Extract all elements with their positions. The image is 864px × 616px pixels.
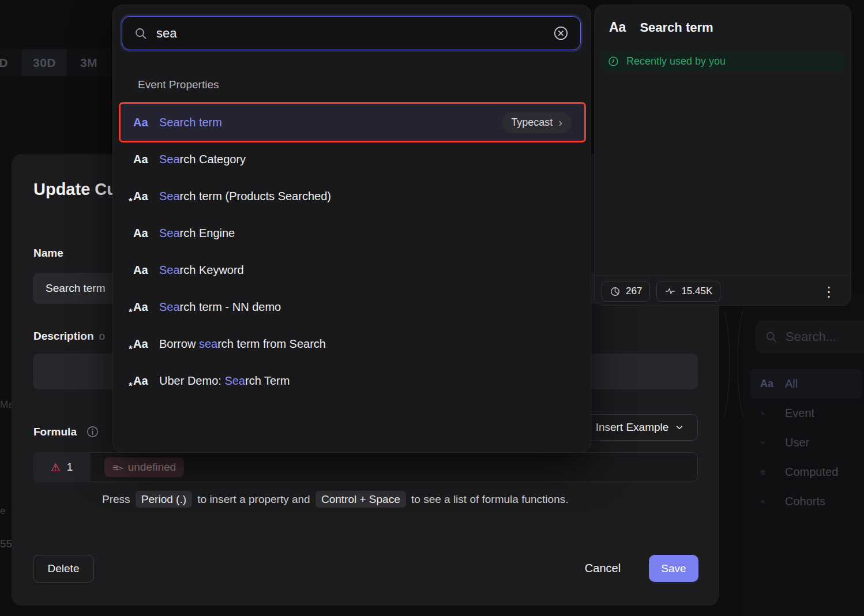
cancel-button[interactable]: Cancel: [571, 555, 634, 582]
section-header-event-properties: Event Properties: [138, 78, 219, 91]
description-optional-fragment: o: [99, 330, 106, 342]
custom-property-star-icon: *: [129, 196, 133, 208]
custom-property-star-icon: *: [129, 344, 133, 355]
sidebar-item-cohorts[interactable]: Cohorts: [743, 487, 864, 516]
text-type-icon: Aa: [133, 153, 154, 166]
insert-example-button[interactable]: Insert Example: [583, 414, 698, 441]
custom-property-star-icon: *: [129, 381, 133, 392]
sidebar-item-label: Cohorts: [785, 495, 825, 508]
modal-title: Update Cu: [33, 180, 117, 199]
user-icon: [760, 436, 775, 450]
formula-input[interactable]: ≡▻ undefined: [91, 452, 698, 482]
chart-axis-fragment-letter: e: [0, 505, 5, 517]
property-stats: 267 15.45K: [602, 281, 720, 302]
time-range-3m-button[interactable]: 3M: [72, 49, 106, 76]
divider: [595, 275, 851, 276]
key-chip-period: Period (.): [136, 491, 192, 508]
property-row-selected[interactable]: AaSearch termTypecast›: [121, 104, 584, 141]
sidebar-item-all[interactable]: AaAll: [750, 369, 862, 399]
app-screen: D 30D 3M May e 55 Search... AaAllEventUs…: [0, 0, 864, 616]
warning-icon: ⚠: [51, 461, 61, 474]
property-row[interactable]: Aa*Search term (Products Searched): [121, 178, 584, 215]
save-button[interactable]: Save: [649, 555, 698, 582]
formula-hint: Press Period (.) to insert a property an…: [102, 493, 568, 506]
computed-icon: [760, 465, 775, 479]
sidebar-item-label: Computed: [785, 465, 838, 479]
distinct-values-pill[interactable]: 267: [602, 281, 650, 302]
event-icon: [760, 407, 775, 420]
more-options-icon[interactable]: ⋮: [822, 282, 836, 302]
cohorts-icon: [760, 495, 775, 509]
name-label: Name: [33, 247, 63, 260]
property-row-label: Uber Demo: Search Term: [159, 374, 290, 388]
chart-axis-fragment-tick: 55: [0, 538, 12, 550]
property-row[interactable]: AaSearch Keyword: [121, 251, 584, 288]
text-type-icon: Aa*: [133, 337, 154, 351]
event-volume-pill[interactable]: 15.45K: [656, 281, 720, 302]
sidebar-item-list: AaAllEventUserComputedCohorts: [743, 369, 864, 516]
sidebar-item-user[interactable]: User: [743, 428, 864, 457]
search-icon: [765, 330, 777, 343]
property-row-label: Search Engine: [159, 227, 235, 240]
formula-editor[interactable]: ⚠ 1 ≡▻ undefined: [33, 452, 698, 482]
property-row-label: Borrow search term from Search: [159, 337, 326, 351]
clear-search-icon[interactable]: [553, 25, 569, 41]
description-label: Descriptiono: [33, 330, 105, 343]
pie-chart-icon: [610, 286, 621, 297]
sidebar-item-label: All: [785, 377, 798, 390]
property-row[interactable]: AaSearch Engine: [121, 215, 584, 251]
property-row[interactable]: Aa*Search term - NN demo: [121, 288, 584, 325]
sidebar-item-computed[interactable]: Computed: [743, 457, 864, 487]
property-search-input[interactable]: sea: [122, 16, 581, 50]
property-row[interactable]: Aa*Borrow search term from Search: [121, 325, 584, 362]
text-type-icon: Aa: [133, 264, 154, 277]
search-icon: [134, 27, 148, 40]
property-detail-title: Search term: [640, 20, 713, 35]
text-type-icon: Aa: [133, 227, 154, 240]
formula-label: Formula: [33, 426, 77, 438]
undefined-property-token[interactable]: ≡▻ undefined: [104, 457, 184, 477]
typecast-button[interactable]: Typecast›: [502, 112, 572, 133]
chevron-down-icon: [674, 422, 685, 433]
property-search-dropdown: sea Event Properties AaSearch termTypeca…: [112, 5, 591, 453]
text-type-icon: Aa: [760, 378, 775, 390]
formula-error-count: ⚠ 1: [33, 452, 91, 482]
time-range-toolbar: D 30D 3M: [0, 49, 112, 76]
formula-label-row: Formula: [33, 425, 99, 438]
sidebar-search-placeholder: Search...: [786, 329, 836, 344]
text-type-icon: Aa*: [133, 374, 154, 388]
property-row-label: Search Category: [159, 153, 246, 166]
search-query-text: sea: [156, 26, 553, 41]
info-icon[interactable]: [86, 425, 99, 438]
custom-property-icon: ≡▻: [112, 462, 123, 473]
property-list: AaSearch termTypecast›AaSearch CategoryA…: [121, 104, 584, 399]
key-chip-control-space: Control + Space: [315, 491, 406, 508]
property-row-label: Search term (Products Searched): [159, 190, 331, 203]
property-row-label: Search term: [159, 116, 222, 129]
property-row-label: Search term - NN demo: [159, 301, 281, 314]
custom-property-star-icon: *: [129, 307, 133, 318]
property-row[interactable]: Aa*Uber Demo: Search Term: [121, 362, 584, 399]
delete-button[interactable]: Delete: [33, 555, 94, 583]
property-detail-panel: Aa Search term Recently used by you 267: [594, 5, 851, 306]
property-row-label: Search Keyword: [159, 264, 244, 277]
text-type-icon: Aa*: [133, 190, 154, 203]
recently-used-badge: Recently used by you: [602, 51, 844, 71]
text-type-icon: Aa: [609, 20, 626, 35]
sidebar-item-label: Event: [785, 407, 814, 420]
sidebar-item-event[interactable]: Event: [743, 399, 864, 428]
chevron-right-icon: ›: [558, 117, 562, 128]
text-type-icon: Aa*: [133, 301, 154, 314]
time-range-30d-button[interactable]: 30D: [22, 49, 67, 76]
sidebar-item-label: User: [785, 436, 809, 449]
sidebar-search-input[interactable]: Search...: [756, 321, 864, 353]
clock-icon: [607, 55, 619, 67]
activity-icon: [664, 286, 676, 297]
property-row[interactable]: AaSearch Category: [121, 141, 584, 178]
text-type-icon: Aa: [133, 116, 154, 129]
time-range-partial[interactable]: D: [0, 49, 15, 76]
property-type-sidebar: Search... AaAllEventUserComputedCohorts: [743, 293, 864, 616]
property-detail-header: Aa Search term: [609, 20, 713, 35]
